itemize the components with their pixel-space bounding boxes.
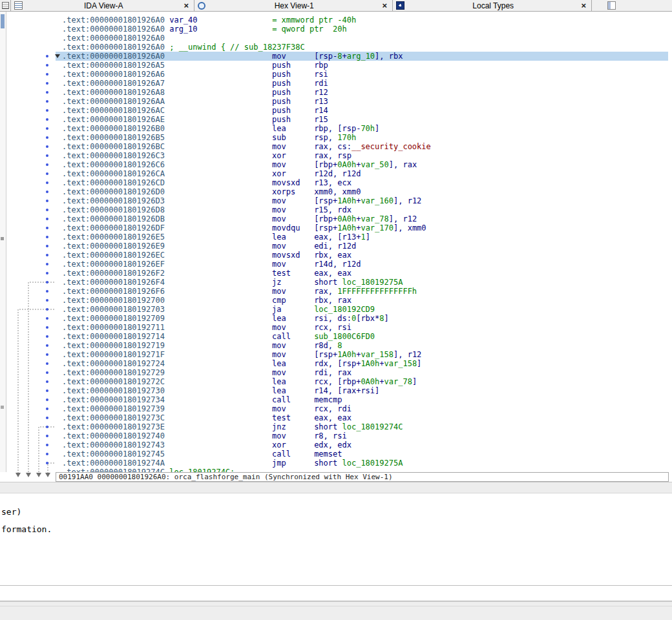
close-icon[interactable]: × bbox=[579, 1, 588, 10]
listing-token: .text:0000000180192734 bbox=[62, 395, 165, 404]
listing-line[interactable]: .text:00000001801926CA xor r12d, r12d bbox=[56, 169, 668, 178]
listing-line[interactable]: .text:00000001801926DF movdqu [rsp+1A0h+… bbox=[56, 223, 668, 232]
listing-token: rax, rsp bbox=[314, 151, 352, 160]
listing-line[interactable]: .text:000000018019273C test eax, eax bbox=[56, 413, 668, 422]
listing-line[interactable]: .text:00000001801926A0 arg_10 = qword pt… bbox=[56, 25, 668, 34]
listing-token: ], r12 bbox=[389, 214, 417, 223]
listing-token: .text:00000001801926EC bbox=[62, 251, 165, 260]
close-icon[interactable]: × bbox=[182, 1, 191, 10]
listing-token: loc_18019275A bbox=[342, 278, 403, 287]
listing-line[interactable]: .text:00000001801926EC movsxd rbx, eax bbox=[56, 251, 668, 260]
listing-line[interactable]: .text:0000000180192714 call sub_1800C6FD… bbox=[56, 332, 668, 341]
listing-line[interactable]: .text:00000001801926BC mov rax, cs:__sec… bbox=[56, 142, 668, 151]
listing-line[interactable]: .text:00000001801926D0 xorps xmm0, xmm0 bbox=[56, 187, 668, 196]
listing-line[interactable]: .text:00000001801926C6 mov [rbp+0A0h+var… bbox=[56, 160, 668, 169]
listing-token: .text:00000001801926CA bbox=[62, 169, 165, 178]
tab-local-types[interactable]: Local Types × bbox=[393, 0, 592, 11]
listing-token: ; __unwind { // sub_18237F38C bbox=[165, 43, 305, 52]
listing-line[interactable]: .text:0000000180192739 mov rcx, rdi bbox=[56, 404, 668, 413]
listing-line[interactable]: .text:00000001801926AE push r15 bbox=[56, 115, 668, 124]
tab-ida-view-a[interactable]: IDA View-A × bbox=[11, 0, 194, 11]
listing-line[interactable]: .text:000000018019271F mov [rsp+1A0h+var… bbox=[56, 350, 668, 359]
listing-token: var_158 bbox=[361, 350, 394, 359]
listing-line[interactable]: .text:00000001801926A5 push rbp bbox=[56, 61, 668, 70]
output-window[interactable]: ser) formation. bbox=[0, 493, 672, 585]
listing-token: rbp, [rsp- bbox=[314, 124, 361, 133]
listing-line[interactable]: .text:0000000180192743 xor edx, edx bbox=[56, 440, 668, 450]
listing-token: mov bbox=[165, 323, 314, 332]
listing-token: 1A0h bbox=[337, 223, 356, 232]
panel-icon bbox=[607, 1, 616, 10]
tab-label: IDA View-A bbox=[25, 1, 182, 10]
listing-line[interactable]: .text:0000000180192703 ja loc_180192CD9 bbox=[56, 305, 668, 314]
listing-line[interactable]: .text:0000000180192740 mov r8, rsi bbox=[56, 431, 668, 440]
listing-line[interactable]: .text:0000000180192700 cmp rbx, rax bbox=[56, 296, 668, 305]
listing-line[interactable]: .text:00000001801926A0 var_40 = xmmword … bbox=[56, 16, 668, 25]
command-line-input[interactable] bbox=[0, 585, 672, 601]
tab-partial[interactable] bbox=[592, 0, 672, 11]
listing-line[interactable]: .text:0000000180192724 lea rdx, [rsp+1A0… bbox=[56, 359, 668, 368]
listing-line[interactable]: .text:000000018019274A jmp short loc_180… bbox=[56, 459, 668, 468]
listing-line[interactable]: .text:00000001801926A0 bbox=[56, 34, 668, 43]
listing-line[interactable]: .text:0000000180192729 mov rdi, rax bbox=[56, 368, 668, 377]
listing-line[interactable]: .text:00000001801926A7 push rdi bbox=[56, 79, 668, 88]
listing-line[interactable]: .text:00000001801926D8 mov r15, rdx bbox=[56, 205, 668, 214]
listing-token: arg_10 bbox=[165, 25, 272, 34]
window-menu-button[interactable] bbox=[0, 0, 11, 11]
listing-line[interactable]: .text:00000001801926B5 sub rsp, 170h bbox=[56, 133, 668, 142]
listing-token: 0A0h bbox=[361, 377, 379, 386]
listing-line[interactable]: .text:00000001801926AA push r13 bbox=[56, 97, 668, 106]
listing-line[interactable]: .text:00000001801926F6 mov rax, 1FFFFFFF… bbox=[56, 287, 668, 296]
listing-token: .text:00000001801926A5 bbox=[62, 61, 165, 70]
listing-line[interactable]: .text:000000018019273E jnz short loc_180… bbox=[56, 422, 668, 431]
listing-line[interactable]: .text:00000001801926C3 xor rax, rsp bbox=[56, 151, 668, 160]
listing-line[interactable]: .text:00000001801926AC push r14 bbox=[56, 106, 668, 115]
listing-line[interactable]: .text:00000001801926E5 lea eax, [r13+1] bbox=[56, 232, 668, 242]
listing-line[interactable]: .text:00000001801926A0 ; __unwind { // s… bbox=[56, 43, 668, 52]
listing-line[interactable]: .text:0000000180192734 call memcmp bbox=[56, 395, 668, 404]
listing-line[interactable]: .text:00000001801926E9 mov edi, r12d bbox=[56, 242, 668, 251]
listing-line[interactable]: .text:00000001801926F4 jz short loc_1801… bbox=[56, 278, 668, 287]
listing-token: .text:00000001801926D3 bbox=[62, 196, 165, 205]
listing-line[interactable]: .text:000000018019272C lea rcx, [rbp+0A0… bbox=[56, 377, 668, 386]
listing-token: mov bbox=[165, 431, 314, 440]
listing-line[interactable]: .text:00000001801926A0 mov [rsp-8+arg_10… bbox=[56, 52, 668, 61]
listing-line[interactable]: .text:0000000180192719 mov r8d, 8 bbox=[56, 341, 668, 350]
listing-token: .text:000000018019273E bbox=[62, 422, 165, 431]
listing-line[interactable]: .text:00000001801926A8 push r12 bbox=[56, 88, 668, 97]
listing-line[interactable]: .text:00000001801926DB mov [rbp+0A0h+var… bbox=[56, 214, 668, 223]
listing-token: .text:00000001801926B5 bbox=[62, 133, 165, 142]
listing-line[interactable]: .text:0000000180192711 mov rcx, rsi bbox=[56, 323, 668, 332]
listing-token: .text:00000001801926E9 bbox=[62, 242, 165, 251]
listing-line[interactable]: .text:00000001801926F2 test eax, eax bbox=[56, 269, 668, 278]
listing-token: 8 bbox=[379, 314, 384, 323]
listing-token: push bbox=[165, 61, 314, 70]
listing-line[interactable]: .text:00000001801926EF mov r14d, r12d bbox=[56, 260, 668, 269]
disassembly-listing[interactable]: .text:00000001801926A0 var_40 = xmmword … bbox=[56, 12, 668, 476]
listing-line[interactable]: .text:00000001801926D3 mov [rsp+1A0h+var… bbox=[56, 196, 668, 205]
listing-token: memcmp bbox=[314, 395, 342, 404]
listing-line[interactable]: .text:0000000180192709 lea rsi, ds:0[rbx… bbox=[56, 314, 668, 323]
listing-token: = xmmword ptr -40h bbox=[272, 16, 356, 25]
listing-token: eax, [r13+ bbox=[314, 232, 361, 242]
listing-token: .text:00000001801926A7 bbox=[62, 79, 165, 88]
listing-token: mov bbox=[165, 52, 314, 61]
close-icon[interactable]: × bbox=[380, 1, 389, 10]
listing-line[interactable]: .text:00000001801926B0 lea rbp, [rsp-70h… bbox=[56, 124, 668, 133]
listing-token: 0A0h bbox=[337, 160, 356, 169]
listing-line[interactable]: .text:00000001801926A6 push rsi bbox=[56, 70, 668, 79]
listing-token: .text:0000000180192729 bbox=[62, 368, 165, 377]
dock-splitter[interactable] bbox=[0, 482, 672, 493]
listing-token: .text:00000001801926CD bbox=[62, 178, 165, 187]
listing-token: lea bbox=[165, 377, 314, 386]
listing-token: push bbox=[165, 115, 314, 124]
listing-token: .text:00000001801926A0 bbox=[62, 25, 165, 34]
listing-line[interactable]: .text:0000000180192730 lea r14, [rax+rsi… bbox=[56, 386, 668, 395]
listing-token: loc_18019274C bbox=[342, 422, 403, 431]
listing-line[interactable]: .text:0000000180192745 call memset bbox=[56, 450, 668, 459]
listing-token: .text:00000001801926AC bbox=[62, 106, 165, 115]
listing-line[interactable]: .text:00000001801926CD movsxd r13, ecx bbox=[56, 178, 668, 187]
tab-hex-view-1[interactable]: Hex View-1 × bbox=[194, 0, 393, 11]
listing-token: .text:0000000180192703 bbox=[62, 305, 165, 314]
listing-token: .text:000000018019271F bbox=[62, 350, 165, 359]
